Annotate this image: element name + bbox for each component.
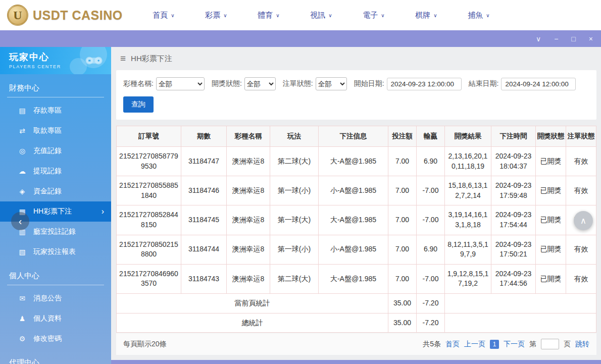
- chevron-down-icon: ∨: [276, 13, 279, 18]
- cell-period: 31184745: [181, 205, 227, 235]
- cell-play: 第二球(大): [270, 147, 319, 176]
- announcement-icon: ✉: [18, 294, 26, 302]
- end-date-input[interactable]: [501, 78, 576, 90]
- funds-record-icon: ◈: [18, 187, 26, 195]
- nav-label: 彩票: [205, 11, 220, 20]
- cell-draw-status: 已開獎: [536, 264, 566, 293]
- summary-row-page: 當前頁統計 35.00 -7.20: [117, 293, 596, 313]
- summary-label: 總統計: [117, 313, 388, 333]
- nav-item-video[interactable]: 視訊∨: [295, 11, 347, 20]
- chevron-right-icon: ›: [102, 207, 104, 216]
- nav-label: 體育: [258, 11, 273, 20]
- sidebar-item-deposit[interactable]: ▤ 存款專區: [0, 100, 111, 121]
- cell-lottery: 澳洲幸运8: [227, 264, 270, 293]
- report-icon: ▧: [18, 248, 26, 256]
- cell-amount: 7.00: [388, 235, 417, 264]
- cell-amount: 7.00: [388, 264, 417, 293]
- sidebar-item-announcements[interactable]: ✉ 消息公告: [0, 288, 111, 308]
- cell-lottery: 澳洲幸运8: [227, 176, 270, 205]
- cell-amount: 7.00: [388, 205, 417, 235]
- column-header-period: 期數: [181, 126, 227, 147]
- cell-period: 31184747: [181, 147, 227, 176]
- jump-prefix-text: 第: [529, 340, 536, 349]
- filter-panel: 彩種名稱: 全部 開獎狀態: 全部 注單狀態: 全部 開始日期: 結束日期: 查…: [116, 70, 596, 120]
- chevron-left-icon: ‹: [19, 216, 22, 227]
- window-close-icon[interactable]: ×: [589, 35, 593, 42]
- prev-page-link[interactable]: 上一页: [464, 340, 485, 349]
- draw-status-select[interactable]: 全部: [244, 77, 276, 90]
- cell-order: 2152172708558851840: [117, 176, 181, 205]
- cell-winloss: -7.00: [417, 205, 445, 235]
- jump-button[interactable]: 跳转: [575, 340, 589, 349]
- nav-item-sports[interactable]: 體育∨: [242, 11, 295, 20]
- start-date-input[interactable]: [387, 78, 462, 90]
- summary-label: 當前頁統計: [117, 293, 388, 313]
- chevron-up-icon: ∧: [580, 216, 586, 226]
- cell-result: 3,19,14,16,13,1,8,18: [445, 205, 491, 235]
- search-button[interactable]: 查詢: [123, 96, 154, 113]
- cell-order-status: 有效: [566, 264, 596, 293]
- lottery-name-label: 彩種名稱:: [123, 79, 154, 88]
- sidebar-item-player-bet-report[interactable]: ▧ 玩家投注報表: [0, 242, 111, 262]
- withdrawal-record-icon: ☁: [18, 167, 26, 175]
- cell-info: 小-A盤@1.985: [319, 176, 388, 205]
- first-page-link[interactable]: 首页: [445, 340, 460, 349]
- cell-order-status: 有效: [566, 176, 596, 205]
- sidebar-item-label: 資金記錄: [33, 187, 62, 196]
- page-title: HH彩票下注: [131, 54, 172, 64]
- cell-period: 31184743: [181, 264, 227, 293]
- cell-order-status: 有效: [566, 147, 596, 176]
- sidebar: 玩家中心 PLAYERS CENTER 財務中心 ▤ 存款專區 ⇄ 取款專區 ◎…: [0, 47, 111, 364]
- cell-lottery: 澳洲幸运8: [227, 147, 270, 176]
- sidebar-item-withdraw[interactable]: ⇄ 取款專區: [0, 121, 111, 141]
- order-status-select[interactable]: 全部: [316, 77, 347, 90]
- nav-label: 棋牌: [415, 11, 430, 20]
- summary-winloss: -7.20: [417, 293, 445, 313]
- jump-page-input[interactable]: [541, 339, 559, 349]
- pagination-bar: 每頁顯示20條 共5条 首页 上一页 1 下一页 第 页 跳转: [116, 333, 596, 355]
- main-nav: 首頁∨ 彩票∨ 體育∨ 視訊∨ 電子∨ 棋牌∨ 捕魚∨: [137, 11, 505, 20]
- cell-play: 第一球(大): [270, 205, 319, 235]
- cell-play: 第一球(小): [270, 235, 319, 264]
- window-collapse-icon[interactable]: ∨: [536, 35, 541, 42]
- breadcrumb: ≡ HH彩票下注: [116, 47, 596, 70]
- cell-winloss: 6.90: [417, 235, 445, 264]
- app-body: 玩家中心 PLAYERS CENTER 財務中心 ▤ 存款專區 ⇄ 取款專區 ◎…: [0, 47, 601, 364]
- sidebar-item-profile[interactable]: ♟ 個人資料: [0, 308, 111, 329]
- logo-text: USDT CASINO: [33, 8, 123, 23]
- withdraw-icon: ⇄: [18, 127, 26, 135]
- end-date-label: 結束日期:: [469, 79, 499, 88]
- draw-status-label: 開獎狀態:: [212, 79, 242, 88]
- sidebar-item-recharge-record[interactable]: ◎ 充值記錄: [0, 141, 111, 161]
- cell-order-status: 有效: [566, 235, 596, 264]
- sidebar-collapse-button[interactable]: ‹: [11, 212, 29, 230]
- sidebar-header: 玩家中心 PLAYERS CENTER: [0, 47, 111, 74]
- nav-item-fishing[interactable]: 捕魚∨: [453, 11, 505, 20]
- finance-menu: ▤ 存款專區 ⇄ 取款專區 ◎ 充值記錄 ☁ 提現記錄 ◈ 資金記錄 ▦ HH彩…: [0, 100, 111, 262]
- sidebar-item-label: 個人資料: [33, 314, 62, 323]
- nav-item-boardgames[interactable]: 棋牌∨: [400, 11, 453, 20]
- table-header-row: 訂單號 期數 彩種名稱 玩法 下注信息 投注額 輸贏 開獎結果 下注時間 開獎狀…: [117, 126, 596, 147]
- lottery-name-select[interactable]: 全部: [156, 77, 205, 90]
- table-row: 2152172708528448150 31184745 澳洲幸运8 第一球(大…: [117, 205, 596, 235]
- sidebar-item-funds-record[interactable]: ◈ 資金記錄: [0, 181, 111, 201]
- sidebar-item-withdrawal-record[interactable]: ☁ 提現記錄: [0, 161, 111, 181]
- sidebar-item-change-password[interactable]: ⚙ 修改密碼: [0, 329, 111, 349]
- current-page-badge[interactable]: 1: [490, 340, 499, 349]
- nav-item-home[interactable]: 首頁∨: [137, 11, 190, 20]
- column-header-lottery: 彩種名稱: [227, 126, 270, 147]
- column-header-result: 開獎結果: [445, 126, 491, 147]
- nav-label: 捕魚: [468, 11, 483, 20]
- window-minimize-icon[interactable]: −: [554, 35, 558, 42]
- nav-item-slots[interactable]: 電子∨: [347, 11, 400, 20]
- hamburger-icon[interactable]: ≡: [120, 53, 126, 64]
- cell-time: 2024-09-23 18:04:37: [491, 147, 536, 176]
- next-page-link[interactable]: 下一页: [504, 340, 525, 349]
- chevron-down-icon: ∨: [486, 13, 489, 18]
- cell-order: 2152172708469603570: [117, 264, 181, 293]
- window-maximize-icon[interactable]: □: [571, 35, 575, 42]
- cell-order: 2152172708587799530: [117, 147, 181, 176]
- nav-item-lottery[interactable]: 彩票∨: [190, 11, 242, 20]
- back-to-top-button[interactable]: ∧: [574, 211, 593, 230]
- cell-winloss: -7.00: [417, 264, 445, 293]
